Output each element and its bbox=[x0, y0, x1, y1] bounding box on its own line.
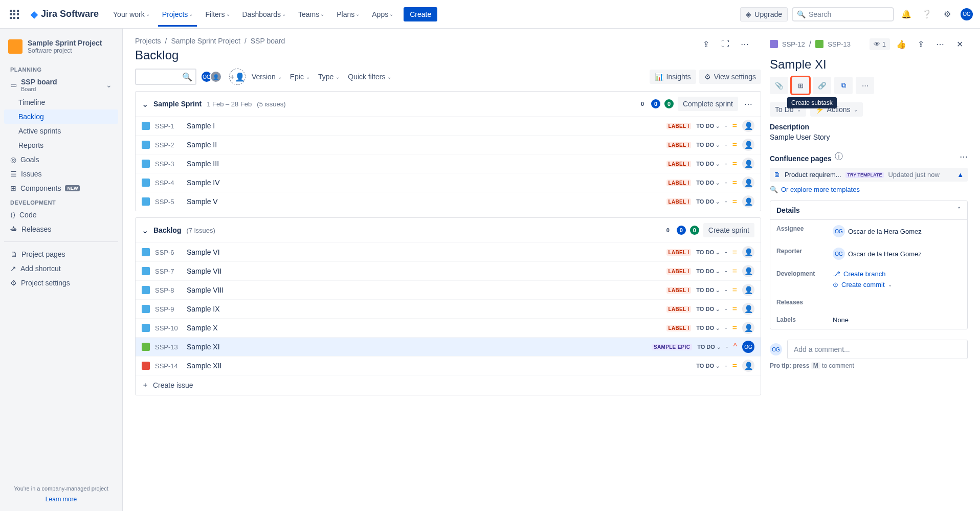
issue-status-dropdown[interactable]: TO DO⌄ bbox=[696, 180, 720, 186]
board-group[interactable]: ▭ SSP board Board ⌄ bbox=[4, 75, 118, 95]
issue-status-dropdown[interactable]: TO DO⌄ bbox=[696, 142, 720, 148]
watchers-button[interactable]: 👁1 bbox=[870, 38, 890, 50]
assignee-avatar[interactable]: OG bbox=[742, 341, 754, 353]
create-issue-button[interactable]: ＋Create issue bbox=[136, 375, 761, 395]
issue-row[interactable]: SSP-1 Sample I LABEL I TO DO⌄ - = 👤 bbox=[136, 116, 761, 135]
issue-row[interactable]: SSP-14 Sample XII TO DO⌄ - = 👤 bbox=[136, 356, 761, 375]
sidebar-item-timeline[interactable]: Timeline bbox=[4, 95, 118, 109]
reporter-value-wrap[interactable]: OGOscar de la Hera Gomez bbox=[833, 248, 961, 260]
more-actions-button[interactable]: ⋯ bbox=[856, 77, 874, 94]
settings-icon[interactable]: ⚙ bbox=[939, 6, 955, 23]
explore-templates-link[interactable]: 🔍 Or explore more templates bbox=[770, 186, 968, 193]
confluence-template-row[interactable]: 🗎 Product requirem... TRY TEMPLATE Updat… bbox=[770, 168, 968, 182]
issue-status-dropdown[interactable]: TO DO⌄ bbox=[696, 249, 720, 255]
parent-issue-key[interactable]: SSP-12 bbox=[782, 40, 805, 48]
nav-item-filters[interactable]: Filters⌄ bbox=[203, 2, 232, 27]
create-commit-link[interactable]: ⊙Create commit⌄ bbox=[833, 281, 892, 288]
nav-item-your-work[interactable]: Your work⌄ bbox=[111, 2, 152, 27]
sidebar-item-add-shortcut[interactable]: ↗Add shortcut bbox=[4, 261, 118, 276]
sidebar-item-active-sprints[interactable]: Active sprints bbox=[4, 124, 118, 138]
breadcrumb-board[interactable]: SSP board bbox=[251, 37, 285, 45]
confluence-more-icon[interactable]: ⋯ bbox=[960, 152, 968, 162]
nav-item-apps[interactable]: Apps⌄ bbox=[370, 2, 395, 27]
assignee-avatar[interactable]: 👤 bbox=[742, 322, 754, 334]
assignee-avatar[interactable]: 👤 bbox=[742, 303, 754, 315]
issue-row[interactable]: SSP-8 Sample VIII LABEL I TO DO⌄ - = 👤 bbox=[136, 280, 761, 299]
issue-row[interactable]: SSP-4 Sample IV LABEL I TO DO⌄ - = 👤 bbox=[136, 173, 761, 192]
sidebar-item-backlog[interactable]: Backlog bbox=[4, 109, 118, 124]
issue-row[interactable]: SSP-2 Sample II LABEL I TO DO⌄ - = 👤 bbox=[136, 135, 761, 154]
insights-button[interactable]: 📊Insights bbox=[650, 70, 696, 84]
help-icon[interactable]: ❔ bbox=[919, 6, 935, 23]
issue-row[interactable]: SSP-9 Sample IX LABEL I TO DO⌄ - = 👤 bbox=[136, 299, 761, 318]
assignee-avatar[interactable]: 👤 bbox=[742, 158, 754, 170]
sprint-more-icon[interactable]: ⋯ bbox=[742, 97, 754, 111]
comment-input[interactable]: Add a comment... bbox=[787, 340, 968, 359]
issue-status-dropdown[interactable]: TO DO⌄ bbox=[696, 198, 720, 205]
attach-button[interactable]: 📎 bbox=[770, 77, 788, 94]
assignee-avatar[interactable]: 👤 bbox=[742, 120, 754, 132]
issue-more-icon[interactable]: ⋯ bbox=[932, 36, 948, 52]
chevron-down-icon[interactable]: ⌄ bbox=[142, 99, 148, 109]
jira-logo[interactable]: ◆ Jira Software bbox=[31, 9, 99, 20]
issue-status-dropdown[interactable]: TO DO⌄ bbox=[696, 123, 720, 129]
sidebar-item-goals[interactable]: ◎Goals bbox=[4, 152, 118, 167]
issue-row[interactable]: SSP-7 Sample VII LABEL I TO DO⌄ - = 👤 bbox=[136, 261, 761, 280]
profile-avatar[interactable]: OG bbox=[960, 7, 974, 21]
issue-status-dropdown[interactable]: TO DO⌄ bbox=[696, 325, 720, 331]
issue-status-dropdown[interactable]: TO DO⌄ bbox=[696, 287, 720, 293]
issue-row[interactable]: SSP-3 Sample III LABEL I TO DO⌄ - = 👤 bbox=[136, 154, 761, 173]
issue-row[interactable]: SSP-10 Sample X LABEL I TO DO⌄ - = 👤 bbox=[136, 318, 761, 337]
share-icon[interactable]: ⇪ bbox=[698, 36, 714, 52]
issue-status-dropdown[interactable]: TO DO⌄ bbox=[696, 363, 720, 369]
learn-more-link[interactable]: Learn more bbox=[4, 496, 118, 503]
sidebar-item-issues[interactable]: ☰Issues bbox=[4, 167, 118, 181]
confluence-link-button[interactable]: ⧉ bbox=[834, 77, 853, 94]
issue-status-dropdown[interactable]: TO DO⌄ bbox=[696, 161, 720, 167]
upgrade-button[interactable]: ◈ Upgrade bbox=[740, 7, 788, 21]
page-more-icon[interactable]: ⋯ bbox=[737, 36, 753, 52]
app-switcher-icon[interactable] bbox=[6, 6, 23, 23]
sidebar-item-project-settings[interactable]: ⚙Project settings bbox=[4, 276, 118, 290]
global-search[interactable]: 🔍 Search bbox=[792, 7, 894, 21]
details-card-header[interactable]: Details ⌃ bbox=[770, 201, 967, 220]
avatar-stack[interactable]: OG 👤 bbox=[201, 71, 222, 83]
info-icon[interactable]: ⓘ bbox=[835, 151, 843, 162]
share-issue-icon[interactable]: ⇪ bbox=[912, 36, 929, 52]
issue-status-dropdown[interactable]: TO DO⌄ bbox=[697, 344, 721, 350]
create-sprint-button[interactable]: Create sprint bbox=[703, 223, 754, 237]
assignee-value-wrap[interactable]: OGOscar de la Hera Gomez bbox=[833, 225, 961, 237]
sidebar-item-components[interactable]: ⊞ComponentsNEW bbox=[4, 181, 118, 195]
assignee-avatar[interactable]: 👤 bbox=[742, 176, 754, 189]
create-button[interactable]: Create bbox=[404, 7, 437, 21]
assignee-avatar[interactable]: 👤 bbox=[742, 246, 754, 258]
breadcrumb-projects[interactable]: Projects bbox=[135, 37, 161, 45]
chevron-down-icon[interactable]: ⌄ bbox=[142, 226, 148, 235]
issue-key[interactable]: SSP-13 bbox=[828, 40, 851, 48]
sidebar-item-releases[interactable]: ⛴Releases bbox=[4, 222, 118, 236]
assignee-avatar[interactable]: 👤 bbox=[742, 265, 754, 277]
nav-item-plans[interactable]: Plans⌄ bbox=[335, 2, 362, 27]
description-text[interactable]: Sample User Story bbox=[770, 133, 968, 141]
issue-row[interactable]: SSP-6 Sample VI LABEL I TO DO⌄ - = 👤 bbox=[136, 242, 761, 261]
assignee-avatar[interactable]: 👤 bbox=[742, 195, 754, 208]
issue-title[interactable]: Sample XI bbox=[770, 54, 968, 77]
complete-sprint-button[interactable]: Complete sprint bbox=[678, 97, 738, 111]
issue-status-dropdown[interactable]: TO DO⌄ bbox=[696, 306, 720, 312]
close-icon[interactable]: ✕ bbox=[951, 36, 968, 52]
issue-status-dropdown[interactable]: TO DO⌄ bbox=[696, 268, 720, 274]
nav-item-projects[interactable]: Projects⌄ bbox=[160, 2, 195, 27]
filter-type[interactable]: Type⌄ bbox=[316, 70, 342, 84]
backlog-search[interactable]: 🔍 bbox=[135, 69, 196, 85]
assignee-avatar[interactable]: 👤 bbox=[742, 360, 754, 372]
notifications-icon[interactable]: 🔔 bbox=[898, 6, 915, 23]
filter-epic[interactable]: Epic⌄ bbox=[288, 70, 312, 84]
filter-version[interactable]: Version⌄ bbox=[250, 70, 284, 84]
assignee-avatar[interactable]: 👤 bbox=[742, 284, 754, 296]
avatar-unassigned[interactable]: 👤 bbox=[210, 71, 222, 83]
nav-item-dashboards[interactable]: Dashboards⌄ bbox=[240, 2, 288, 27]
filter-quick[interactable]: Quick filters⌄ bbox=[346, 70, 393, 84]
create-branch-link[interactable]: ⎇Create branch bbox=[833, 270, 885, 278]
issue-row[interactable]: SSP-13 Sample XI SAMPLE EPIC TO DO⌄ - ^ … bbox=[136, 337, 761, 356]
like-icon[interactable]: 👍 bbox=[893, 36, 909, 52]
